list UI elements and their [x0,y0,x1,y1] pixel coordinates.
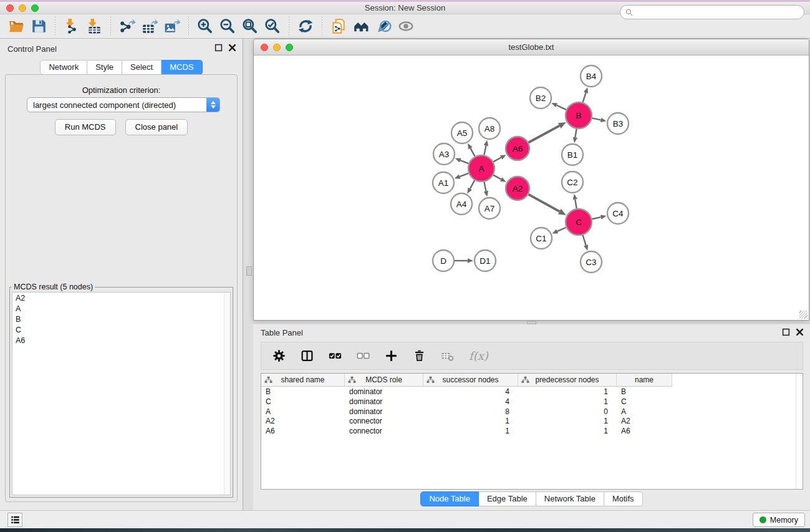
show-details-button[interactable] [395,16,417,37]
edge-A-A8[interactable] [484,140,488,155]
edge-A2-C[interactable] [529,195,566,215]
resize-grip-icon[interactable] [799,311,808,319]
node-D[interactable]: D [433,250,454,271]
table-cell[interactable]: dominator [345,397,423,407]
table-cell[interactable]: A2 [261,416,345,426]
table-cell[interactable]: C [617,397,672,407]
edge-C-C3[interactable] [583,235,589,251]
tab-motifs[interactable]: Motifs [604,491,643,506]
table-cell[interactable]: 1 [518,426,617,436]
import-network-button[interactable] [60,16,83,37]
annotations-button[interactable] [372,16,395,37]
node-C1[interactable]: C1 [531,228,552,249]
show-columns-button[interactable] [329,349,342,362]
tab-mcds[interactable]: MCDS [162,60,202,75]
table-cell[interactable]: A6 [617,426,672,436]
edge-A-A2[interactable] [493,175,506,182]
node-B1[interactable]: B1 [562,144,583,165]
tab-edge-table[interactable]: Edge Table [479,491,536,506]
float-table-panel-icon[interactable] [782,328,790,336]
columns-button[interactable] [301,349,314,362]
network-window-titlebar[interactable]: testGlobe.txt [254,39,809,56]
delete-table-button[interactable] [441,349,454,362]
table-cell[interactable]: 0 [518,407,617,417]
table-cell[interactable]: 8 [423,407,518,417]
mcds-result-item[interactable]: B [12,314,230,324]
close-panel-icon[interactable] [228,44,236,52]
tab-network[interactable]: Network [40,60,87,75]
edge-A-A4[interactable] [467,180,475,193]
open-file-button[interactable] [5,16,27,37]
mcds-result-item[interactable]: A [12,303,230,314]
node-D1[interactable]: D1 [475,250,496,271]
table-cell[interactable]: C [261,397,345,407]
table-cell[interactable]: dominator [345,387,423,397]
edge-A-A7[interactable] [484,182,488,197]
gear-button[interactable] [272,349,286,362]
mcds-result-list[interactable]: A2ABCA6 [12,292,231,495]
table-scrollbar[interactable] [796,374,803,489]
node-C3[interactable]: C3 [581,251,602,273]
edge-A-A3[interactable] [455,158,469,164]
export-image-button[interactable] [161,16,183,37]
node-C[interactable]: C [566,209,592,235]
vertical-splitter-handle[interactable] [246,266,252,276]
edge-C-C1[interactable] [552,228,566,234]
task-history-button[interactable] [7,513,22,527]
node-A[interactable]: A [468,155,494,181]
node-A5[interactable]: A5 [451,122,473,143]
result-list-scrollbar[interactable] [224,293,230,495]
node-A1[interactable]: A1 [433,172,454,193]
node-B[interactable]: B [566,102,592,128]
edge-A6-B[interactable] [529,122,566,143]
home-layout-button[interactable] [350,16,372,37]
edge-A-A1[interactable] [455,173,469,179]
table-cell[interactable]: 1 [518,416,617,426]
search-box[interactable] [620,5,804,19]
export-network-button[interactable] [116,16,138,37]
mcds-result-item[interactable]: C [12,324,230,335]
edge-C-C2[interactable] [573,194,577,208]
table-cell[interactable]: connector [345,416,423,426]
edge-C-C4[interactable] [592,215,606,219]
column-header-name[interactable]: name [617,374,672,387]
edge-B-B1[interactable] [573,129,577,143]
table-cell[interactable]: dominator [345,407,423,417]
tab-style[interactable]: Style [87,60,122,75]
edge-D-D1[interactable] [455,258,473,263]
table-cell[interactable]: 4 [423,387,518,397]
column-header-MCDS-role[interactable]: MCDS role [345,374,423,387]
node-A6[interactable]: A6 [506,137,529,160]
import-table-button[interactable] [83,16,105,37]
criterion-select[interactable]: largest connected component (directed) [27,97,220,112]
table-cell[interactable]: B [617,387,672,397]
node-A2[interactable]: A2 [506,177,529,200]
float-panel-icon[interactable] [215,44,223,52]
zoom-in-button[interactable] [194,16,216,37]
memory-button[interactable]: Memory [753,513,805,527]
node-A3[interactable]: A3 [433,143,455,165]
close-panel-button[interactable]: Close panel [125,119,188,135]
table-row[interactable]: Bdominator41B [261,387,803,397]
table-row[interactable]: Adominator80A [261,407,803,417]
table-cell[interactable]: A [261,407,345,417]
node-B3[interactable]: B3 [607,113,629,134]
add-row-button[interactable] [385,349,398,362]
table-cell[interactable]: 1 [518,397,617,407]
table-row[interactable]: A6connector11A6 [261,426,803,436]
tab-select[interactable]: Select [122,60,162,75]
edge-A-A5[interactable] [468,143,475,157]
table-cell[interactable]: B [261,387,345,397]
edge-A-A6[interactable] [493,155,506,162]
table-row[interactable]: A2connector11A2 [261,416,803,426]
table-cell[interactable]: A [617,407,672,417]
node-C2[interactable]: C2 [562,172,583,193]
node-C4[interactable]: C4 [607,203,629,224]
edge-B-B4[interactable] [583,87,588,102]
tab-node-table[interactable]: Node Table [420,491,479,506]
save-session-button[interactable] [27,16,50,37]
table-cell[interactable]: 1 [423,426,518,436]
tab-network-table[interactable]: Network Table [536,491,604,506]
zoom-fit-button[interactable] [239,16,261,37]
search-input[interactable] [636,8,804,17]
